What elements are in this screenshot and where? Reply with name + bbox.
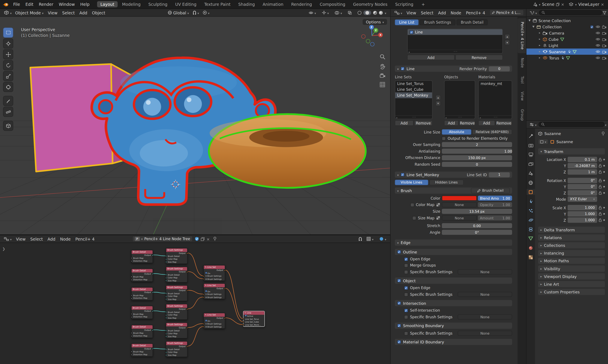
intersection-specific-brush-dropdown[interactable]: None: [458, 314, 512, 320]
cursor-tool[interactable]: [3, 39, 13, 49]
node-brush-detail[interactable]: Brush DetailOutputBrush MapDistortion Ma…: [131, 269, 153, 282]
collapsed-section[interactable]: Custom Properties: [538, 289, 605, 295]
object-specific-brush-checkbox[interactable]: [404, 293, 408, 296]
outline-specific-brush-checkbox[interactable]: [404, 270, 408, 274]
rotation-mode-dropdown[interactable]: XYZ Euler: [568, 196, 597, 202]
outliner-row-camera[interactable]: ▸ Camera: [527, 30, 608, 36]
viewport-menu[interactable]: Add: [77, 10, 90, 15]
smoothing-group-header[interactable]: Smoothing Boundary: [395, 323, 512, 329]
smoothing-boundary-checkbox[interactable]: [397, 324, 401, 327]
node-socket[interactable]: [165, 296, 167, 297]
material-id-boundary-checkbox[interactable]: [397, 340, 401, 344]
node-socket[interactable]: [165, 333, 167, 334]
line-set-remove-button[interactable]: Remove: [414, 120, 433, 126]
node-socket[interactable]: [165, 259, 167, 260]
pencil-menu[interactable]: Select: [418, 10, 436, 15]
sidebar-tab[interactable]: Tool: [518, 73, 526, 87]
node-socket[interactable]: [186, 327, 188, 329]
mode-selector[interactable]: Object Mode: [13, 10, 45, 15]
pan-hand-icon[interactable]: [380, 64, 385, 70]
output-render-elements-checkbox[interactable]: [442, 136, 446, 140]
node-brush-detail[interactable]: Brush DetailOutputBrush MapDistortion Ma…: [131, 343, 153, 356]
material-item[interactable]: monkey_mt: [479, 81, 512, 87]
outliner-type-button[interactable]: [528, 10, 538, 15]
outline-open-edge-checkbox[interactable]: [404, 257, 408, 261]
collapsed-section[interactable]: Relations: [538, 234, 605, 241]
node-socket[interactable]: [224, 288, 226, 289]
add-workspace-button[interactable]: +: [418, 1, 428, 7]
merge-groups-checkbox[interactable]: [404, 263, 408, 267]
topbar-menu[interactable]: Edit: [23, 1, 36, 7]
shading-material[interactable]: [373, 11, 377, 15]
node-socket[interactable]: [203, 294, 204, 295]
xray-toggle[interactable]: [346, 11, 353, 15]
color-map-opacity-slider[interactable]: Opacity 1.00: [478, 202, 512, 207]
collapsed-section[interactable]: Instancing: [538, 250, 605, 256]
browse-object-button[interactable]: [538, 139, 548, 144]
gizmo-x-neg[interactable]: [362, 35, 365, 39]
material-remove-button[interactable]: Remove: [496, 120, 512, 126]
node-editor-type-button[interactable]: [2, 236, 13, 241]
shading-rendered[interactable]: [379, 11, 383, 15]
animate-decorator[interactable]: [603, 207, 605, 208]
outline-group-header[interactable]: Outline: [395, 249, 512, 255]
eye-icon[interactable]: [595, 56, 600, 59]
node-socket[interactable]: [152, 310, 153, 312]
overlay-sphere-dropdown[interactable]: [378, 236, 388, 241]
edge-section-header[interactable]: Edge: [395, 239, 512, 246]
animate-decorator[interactable]: [603, 159, 605, 160]
node-socket[interactable]: [131, 354, 132, 355]
node-brush-settings[interactable]: Brush SettingsOutputBrush DetailColor Ma…: [166, 323, 187, 338]
scale-tool[interactable]: [3, 71, 13, 81]
scale-z-field[interactable]: 1.000: [568, 217, 597, 223]
object-checkbox[interactable]: [397, 279, 401, 283]
viewport-3d[interactable]: User Perspective (1) Collection | Suzann…: [0, 17, 390, 234]
node-tree-selector[interactable]: P Pencil+ 4 Line Node Tree: [132, 236, 193, 242]
node-socket[interactable]: [186, 271, 188, 273]
node-socket[interactable]: [165, 277, 167, 279]
animate-decorator[interactable]: [603, 171, 605, 173]
topbar-menu[interactable]: Render: [36, 1, 56, 7]
fake-user-shield-icon[interactable]: [195, 237, 199, 241]
line-enabled-checkbox[interactable]: [410, 30, 413, 34]
smoothing-specific-brush-dropdown[interactable]: None: [458, 331, 512, 336]
collapsed-section[interactable]: Visibility: [538, 265, 605, 272]
viewport-menu[interactable]: Select: [60, 10, 77, 15]
scale-y-field[interactable]: 1.000: [568, 211, 597, 217]
snap-target-dropdown[interactable]: [365, 236, 375, 241]
select-box-tool[interactable]: [3, 27, 13, 38]
pencil-tab[interactable]: Line List: [395, 19, 419, 25]
ortho-grid-icon[interactable]: [380, 82, 385, 87]
material-id-group-header[interactable]: Material ID Boundary: [395, 339, 512, 345]
intersection-specific-brush-checkbox[interactable]: [404, 315, 408, 319]
render-camera-icon[interactable]: [602, 31, 607, 35]
antialiasing-slider[interactable]: 1.00: [442, 149, 512, 154]
collapsed-section[interactable]: Motion Paths: [538, 258, 605, 264]
viewport-menu[interactable]: Object: [90, 10, 107, 15]
viewport-menu[interactable]: View: [46, 10, 60, 15]
blender-logo-icon[interactable]: [2, 2, 9, 6]
viewlayer-selector[interactable]: ViewLayer: [569, 2, 604, 7]
line-set-item-selected[interactable]: Line Set_Monkey: [395, 92, 432, 98]
node-socket[interactable]: [243, 321, 244, 323]
line-move-up-button[interactable]: [505, 34, 510, 39]
pencil-menu[interactable]: View: [404, 10, 419, 15]
lock-icon[interactable]: [599, 164, 602, 168]
transform-tool[interactable]: [3, 82, 13, 92]
add-primitive-tool[interactable]: [3, 121, 13, 131]
node-socket[interactable]: [224, 270, 226, 271]
line-set-panel-header[interactable]: Line Set_Monkey Line Set ID 1: [395, 171, 512, 178]
workspace-tab[interactable]: Rendering: [288, 1, 316, 7]
lock-icon[interactable]: [599, 191, 602, 195]
offscreen-distance-field[interactable]: 150.00 px: [442, 155, 512, 160]
sidebar-tab[interactable]: Node: [518, 54, 526, 71]
node-socket[interactable]: [186, 290, 188, 291]
visibility-dropdown[interactable]: [307, 10, 317, 15]
brush-section-header[interactable]: Brush Brush Detail: [395, 187, 512, 194]
line-panel-header[interactable]: Line Render Priority 0: [395, 66, 512, 72]
lock-icon[interactable]: [599, 157, 602, 161]
remove-viewlayer-icon[interactable]: [601, 2, 604, 7]
brush-detail-button[interactable]: Brush Detail: [471, 188, 510, 193]
workspace-tab[interactable]: Scripting: [392, 1, 417, 7]
pencil-editor-type-button[interactable]: [393, 10, 404, 15]
